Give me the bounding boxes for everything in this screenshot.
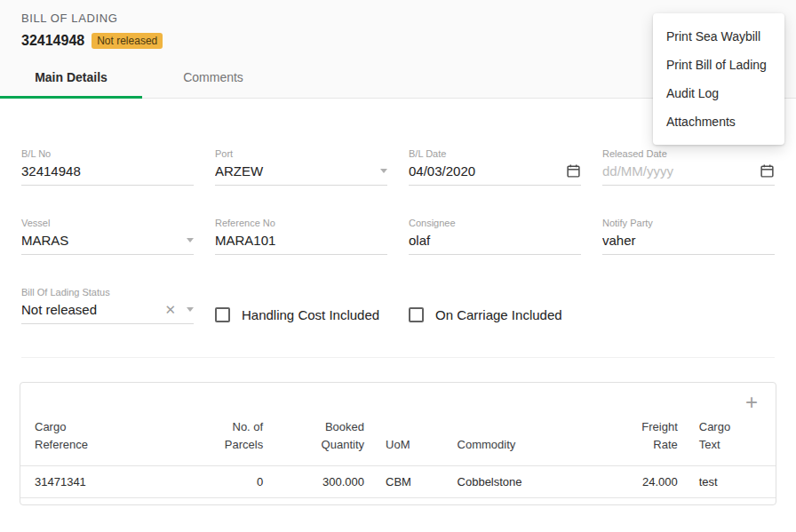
cell-cargo-text[interactable]: test	[689, 466, 776, 498]
menu-item-print-sea-waybill[interactable]: Print Sea Waybill	[653, 22, 784, 51]
vessel-field-group: Vessel	[21, 218, 194, 255]
menu-item-attachments[interactable]: Attachments	[653, 107, 784, 136]
table-row[interactable]: 31471341 0 300.000 CBM Cobbelstone 24.00…	[20, 466, 776, 498]
bl-status-field-group: Bill Of Lading Status ✕	[21, 287, 194, 324]
chevron-down-icon[interactable]	[380, 169, 387, 173]
on-carriage-checkbox[interactable]	[409, 307, 424, 322]
released-date-field-group: Released Date	[602, 148, 775, 186]
consignee-field-group: Consignee	[409, 218, 581, 255]
cargo-table-header-row: Cargo Reference No. of Parcels Booked Qu…	[20, 411, 776, 466]
column-header-commodity: Commodity	[458, 436, 516, 454]
released-date-input[interactable]	[602, 163, 754, 179]
port-input[interactable]	[215, 163, 375, 179]
on-carriage-label: On Carriage Included	[435, 307, 562, 322]
chevron-down-icon[interactable]	[187, 238, 194, 242]
column-header-freight-rate: Freight Rate	[633, 418, 678, 454]
cargo-card: + Cargo Reference No. of Parcels Booked …	[20, 382, 776, 505]
reference-no-input[interactable]	[215, 233, 387, 248]
column-header-no-of-parcels: No. of Parcels	[217, 418, 263, 454]
consignee-input[interactable]	[409, 233, 581, 248]
bl-no-field-group: B/L No	[21, 148, 194, 186]
add-cargo-button[interactable]: +	[745, 393, 758, 411]
cargo-table: Cargo Reference No. of Parcels Booked Qu…	[20, 411, 776, 498]
menu-item-audit-log[interactable]: Audit Log	[653, 79, 784, 107]
port-select[interactable]	[215, 163, 387, 186]
cell-freight-rate[interactable]: 24.000	[600, 466, 689, 498]
bl-no-label: B/L No	[21, 148, 194, 159]
clear-icon[interactable]: ✕	[164, 303, 176, 316]
cell-no-of-parcels[interactable]: 0	[193, 466, 274, 498]
bl-date-label: B/L Date	[409, 148, 581, 159]
calendar-icon[interactable]	[760, 163, 775, 179]
section-divider	[21, 357, 775, 358]
bl-date-input[interactable]	[409, 163, 561, 179]
notify-party-label: Notify Party	[602, 218, 775, 228]
handling-cost-label: Handling Cost Included	[242, 307, 379, 322]
vessel-label: Vessel	[21, 218, 194, 228]
bl-no-input[interactable]	[21, 163, 194, 179]
consignee-label: Consignee	[409, 218, 581, 228]
port-label: Port	[215, 148, 387, 159]
cell-commodity[interactable]: Cobbelstone	[447, 466, 600, 498]
reference-no-field-group: Reference No	[215, 218, 387, 255]
context-menu: Print Sea Waybill Print Bill of Lading A…	[653, 13, 784, 145]
vessel-input[interactable]	[21, 233, 181, 248]
tab-comments[interactable]: Comments	[142, 58, 284, 99]
bl-status-input[interactable]	[21, 302, 161, 317]
handling-cost-checkbox-group[interactable]: Handling Cost Included	[215, 305, 387, 324]
vessel-select[interactable]	[21, 233, 194, 255]
cell-uom[interactable]: CBM	[375, 466, 447, 498]
port-field-group: Port	[215, 148, 387, 186]
bl-status-select[interactable]: ✕	[21, 302, 194, 324]
column-header-cargo-text: Cargo Text	[699, 418, 738, 454]
menu-item-print-bill-of-lading[interactable]: Print Bill of Lading	[653, 51, 784, 79]
column-header-booked-quantity: Booked Quantity	[307, 418, 364, 454]
released-date-label: Released Date	[602, 148, 775, 159]
reference-no-label: Reference No	[215, 218, 387, 228]
handling-cost-checkbox[interactable]	[215, 307, 230, 322]
bl-status-label: Bill Of Lading Status	[21, 287, 194, 298]
cell-booked-quantity[interactable]: 300.000	[274, 466, 375, 498]
notify-party-field-group: Notify Party	[602, 218, 775, 255]
column-header-uom: UoM	[386, 436, 410, 454]
calendar-icon[interactable]	[566, 163, 581, 179]
bl-date-field-group: B/L Date	[409, 148, 581, 186]
notify-party-input[interactable]	[602, 233, 775, 248]
status-badge: Not released	[92, 33, 163, 49]
chevron-down-icon[interactable]	[187, 307, 194, 312]
tab-main-details[interactable]: Main Details	[0, 58, 142, 99]
column-header-cargo-reference: Cargo Reference	[35, 418, 100, 454]
cell-cargo-reference[interactable]: 31471341	[20, 466, 193, 498]
on-carriage-checkbox-group[interactable]: On Carriage Included	[409, 305, 581, 324]
document-number: 32414948	[21, 33, 84, 49]
